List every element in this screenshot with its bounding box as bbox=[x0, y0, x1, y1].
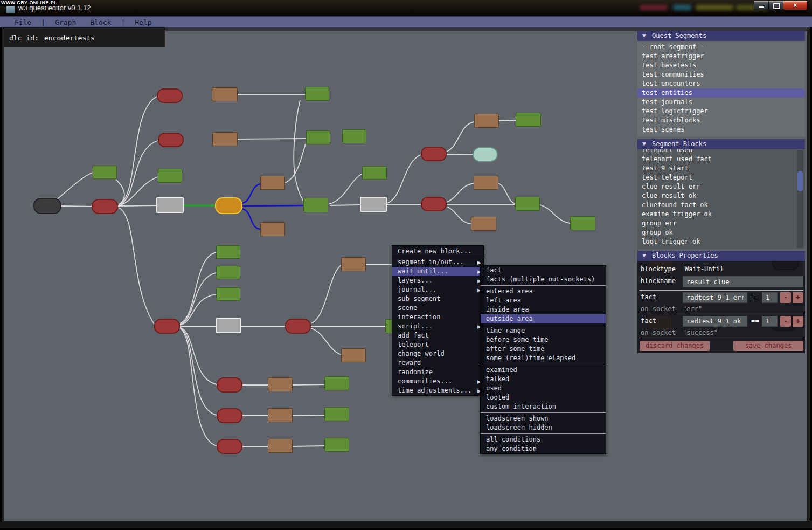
context-menu-item[interactable]: teleport▶ bbox=[392, 340, 483, 349]
context-menu-item[interactable]: change world▶ bbox=[392, 349, 483, 359]
graph-node[interactable] bbox=[216, 318, 241, 333]
quest-segment-item[interactable]: test basetests bbox=[637, 61, 805, 70]
graph-node[interactable] bbox=[93, 166, 117, 179]
save-changes-button[interactable]: save changes bbox=[733, 341, 803, 351]
quest-segment-item[interactable]: test entities bbox=[637, 88, 805, 98]
quest-segment-item[interactable]: test journals bbox=[637, 98, 805, 107]
blocks-properties-header[interactable]: ▼ Blocks Properties bbox=[637, 251, 805, 261]
menubar-item[interactable]: Block bbox=[83, 18, 118, 26]
submenu-item[interactable]: inside area bbox=[481, 305, 606, 314]
submenu-item[interactable]: looted bbox=[481, 393, 606, 402]
segment-block-item[interactable]: group ok bbox=[637, 228, 805, 237]
graph-node[interactable] bbox=[156, 197, 184, 213]
context-menu-item[interactable]: add fact▶ bbox=[392, 331, 483, 340]
graph-node[interactable] bbox=[33, 198, 61, 214]
graph-node[interactable] bbox=[268, 408, 293, 422]
graph-node[interactable] bbox=[216, 266, 240, 279]
segment-block-item[interactable]: test teleport bbox=[637, 173, 805, 182]
submenu-item[interactable]: time range bbox=[481, 326, 606, 335]
submenu-item[interactable]: talked bbox=[481, 375, 606, 384]
graph-node[interactable] bbox=[212, 132, 238, 146]
context-menu-item[interactable]: layers...▶ bbox=[392, 276, 483, 285]
segment-block-item[interactable]: clue result err bbox=[637, 182, 805, 191]
segment-block-item[interactable]: clue result ok bbox=[637, 191, 805, 201]
submenu-item[interactable]: all conditions bbox=[481, 435, 606, 444]
fact-decrement-button[interactable]: - bbox=[780, 316, 791, 327]
graph-node[interactable] bbox=[216, 245, 240, 259]
menubar-item[interactable]: Graph bbox=[48, 18, 83, 26]
maximize-button[interactable] bbox=[768, 1, 783, 10]
quest-segments-header[interactable]: ▼ Quest Segments bbox=[637, 31, 805, 41]
context-menu-item[interactable]: interaction▶ bbox=[392, 313, 483, 322]
graph-node[interactable] bbox=[471, 217, 496, 231]
quest-segment-item[interactable]: test areatrigger bbox=[637, 52, 805, 61]
submenu-item[interactable]: before some time bbox=[481, 335, 606, 345]
submenu-item[interactable]: any condition bbox=[481, 444, 606, 453]
graph-node[interactable] bbox=[421, 197, 447, 211]
graph-node[interactable] bbox=[217, 377, 242, 393]
submenu-item[interactable]: left area bbox=[481, 296, 606, 305]
fact-increment-button[interactable]: + bbox=[793, 316, 803, 327]
graph-node[interactable] bbox=[303, 198, 328, 212]
context-menu-item[interactable]: journal...▶ bbox=[392, 285, 483, 294]
graph-node[interactable] bbox=[341, 348, 366, 362]
submenu-item[interactable]: after some time bbox=[481, 345, 606, 354]
quest-segment-item[interactable]: - root segment - bbox=[637, 43, 805, 52]
quest-segment-item[interactable]: test miscblocks bbox=[637, 116, 805, 125]
graph-node[interactable] bbox=[92, 199, 118, 214]
discard-changes-button[interactable]: discard changes bbox=[640, 341, 710, 351]
submenu-item[interactable]: used bbox=[481, 384, 606, 393]
context-menu-item[interactable]: segment in/out...▶ bbox=[392, 258, 483, 267]
segment-blocks-header[interactable]: ▼ Segment Blocks bbox=[637, 139, 805, 149]
graph-node[interactable] bbox=[324, 438, 349, 452]
fact-name-input[interactable] bbox=[683, 316, 747, 327]
graph-node[interactable] bbox=[158, 133, 184, 147]
context-menu-item[interactable]: sub segment▶ bbox=[392, 294, 483, 304]
graph-node[interactable] bbox=[154, 319, 180, 334]
context-menu-item[interactable]: scene▶ bbox=[392, 304, 483, 313]
segment-block-item[interactable]: test 9 start bbox=[637, 164, 805, 173]
submenu-item[interactable]: outside area bbox=[481, 314, 606, 323]
submenu-item[interactable]: loadscreen shown bbox=[481, 414, 606, 423]
titlebar[interactable]: w3 quest editor v0.1.12 × bbox=[0, 0, 812, 16]
graph-node[interactable] bbox=[215, 197, 242, 214]
fact-value-input[interactable] bbox=[762, 292, 778, 303]
graph-node[interactable] bbox=[421, 147, 447, 161]
collapse-icon[interactable]: ▼ bbox=[642, 251, 646, 261]
segment-block-item[interactable]: cluefound fact ok bbox=[637, 201, 805, 210]
fact-increment-button[interactable]: + bbox=[793, 292, 803, 303]
graph-node[interactable] bbox=[342, 129, 366, 143]
graph-node[interactable] bbox=[474, 176, 498, 190]
fact-value-input[interactable] bbox=[762, 316, 778, 327]
menubar-item[interactable]: File bbox=[8, 18, 38, 26]
graph-node[interactable] bbox=[516, 113, 541, 127]
graph-node[interactable] bbox=[260, 222, 285, 236]
context-menu-item[interactable]: randomize▶ bbox=[392, 368, 483, 377]
quest-segment-item[interactable]: test logictrigger bbox=[637, 107, 805, 116]
graph-node[interactable] bbox=[157, 88, 183, 103]
context-menu-item[interactable]: reward▶ bbox=[392, 359, 483, 368]
scrollbar-thumb[interactable] bbox=[797, 171, 803, 191]
context-menu-item[interactable]: communities...▶ bbox=[392, 377, 483, 386]
graph-node[interactable] bbox=[158, 169, 182, 183]
context-menu-item[interactable]: wait until...▶ bbox=[392, 267, 483, 276]
context-menu-item[interactable]: time adjustments...▶ bbox=[392, 386, 483, 395]
minimize-button[interactable] bbox=[754, 1, 769, 10]
graph-node[interactable] bbox=[341, 257, 366, 271]
graph-node[interactable] bbox=[360, 197, 387, 212]
fact-name-input[interactable] bbox=[683, 292, 747, 303]
graph-node[interactable] bbox=[212, 87, 238, 101]
graph-node[interactable] bbox=[216, 287, 240, 301]
scrollbar-track[interactable] bbox=[797, 150, 803, 248]
collapse-icon[interactable]: ▼ bbox=[642, 139, 646, 149]
submenu-item[interactable]: facts (multiple out-sockets) bbox=[481, 275, 606, 284]
submenu-item[interactable]: loadscreen hidden bbox=[481, 423, 606, 432]
segment-block-item[interactable]: examine trigger ok bbox=[637, 210, 805, 219]
graph-node[interactable] bbox=[217, 439, 242, 454]
graph-node[interactable] bbox=[362, 166, 387, 180]
segment-block-item[interactable]: teleport used bbox=[637, 149, 805, 155]
segment-block-item[interactable]: teleport used fact bbox=[637, 155, 805, 164]
quest-segment-item[interactable]: test scenes bbox=[637, 125, 805, 134]
graph-node[interactable] bbox=[305, 87, 329, 101]
submenu-item[interactable]: fact bbox=[481, 266, 606, 275]
